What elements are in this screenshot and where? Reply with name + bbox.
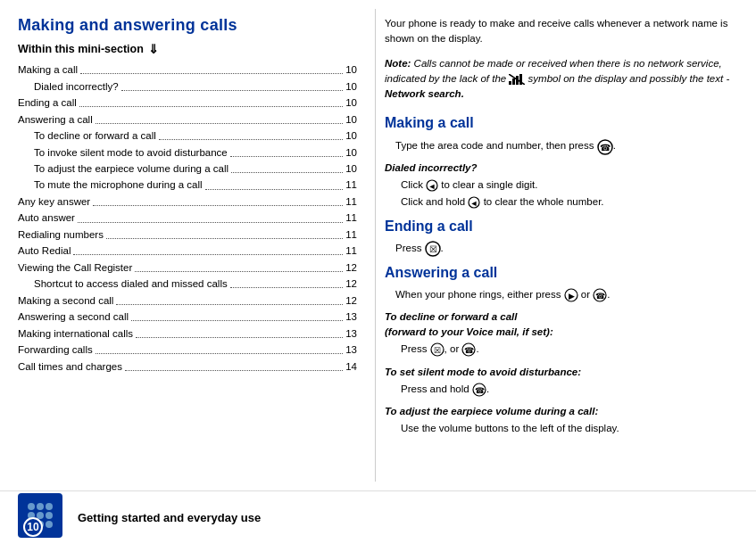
page-title: Making and answering calls	[18, 16, 357, 35]
toc-label: Call times and charges	[18, 359, 122, 374]
toc-row: Shortcut to access dialed and missed cal…	[18, 276, 357, 292]
toc-page: 10	[345, 95, 357, 110]
toc-page: 11	[345, 210, 357, 225]
toc-label: To mute the microphone during a call	[34, 177, 203, 192]
toc-dots	[96, 353, 343, 354]
toc-page: 10	[345, 79, 357, 94]
toc-label: Ending a call	[18, 95, 77, 110]
mini-section-label: Within this mini-section	[18, 43, 144, 55]
decline-forward-body: Press ☒ , or ☎ .	[385, 342, 738, 357]
toc-dots	[230, 156, 343, 157]
svg-text:◄: ◄	[470, 199, 478, 208]
svg-text:☒: ☒	[428, 244, 436, 254]
toc-dots	[73, 254, 343, 255]
answering-call-heading: Answering a call	[385, 262, 738, 284]
toc-label: To adjust the earpiece volume during a c…	[34, 161, 228, 176]
dialed-incorrectly-section: Dialed incorrectly? Click ◄ to clear a s…	[385, 161, 738, 210]
answering-call-section: Answering a call When your phone rings, …	[385, 262, 738, 302]
dialed-incorrectly-body1: Click ◄ to clear a single digit.	[385, 177, 738, 193]
toc-dots	[136, 337, 343, 338]
toc-dots	[96, 123, 343, 124]
toc-dots	[231, 172, 343, 173]
arrow-down-icon: ⇓	[148, 42, 159, 56]
toc-dots	[159, 139, 343, 140]
forward-icon: ☎	[461, 342, 476, 357]
toc-row: Ending a call10	[18, 95, 357, 111]
svg-rect-1	[512, 78, 515, 85]
toc-label: Making international calls	[18, 326, 133, 341]
toc-dots	[125, 370, 343, 371]
toc-row: Forwarding calls13	[18, 342, 357, 358]
footer-page-number: 10	[23, 517, 43, 537]
toc-label: To invoke silent mode to avoid disturban…	[34, 145, 228, 160]
toc-row: Making a second call12	[18, 293, 357, 309]
svg-text:◄: ◄	[428, 182, 436, 191]
toc-page: 10	[345, 161, 357, 176]
toc-page: 10	[345, 128, 357, 143]
toc-page: 11	[345, 194, 357, 209]
toc-row: Viewing the Call Register12	[18, 260, 357, 276]
toc-label: Auto answer	[18, 210, 75, 225]
end-call-icon: ☒	[425, 241, 441, 257]
ending-call-heading: Ending a call	[385, 216, 738, 237]
toc-row: To adjust the earpiece volume during a c…	[18, 161, 357, 177]
footer: 10 Getting started and everyday use	[0, 490, 756, 544]
toc-row: Dialed incorrectly?10	[18, 78, 357, 94]
decline-icon: ☒	[430, 342, 444, 357]
toc-page: 13	[345, 326, 357, 341]
toc-row: Auto Redial11	[18, 243, 357, 259]
toc-label: Making a call	[18, 62, 78, 77]
svg-text:☎: ☎	[600, 143, 611, 152]
toc-row: Any key answer11	[18, 194, 357, 210]
footer-icon: 10	[18, 493, 67, 542]
svg-text:☎: ☎	[464, 346, 474, 355]
svg-text:▶: ▶	[568, 292, 574, 301]
making-call-heading: Making a call	[385, 112, 738, 134]
toc-page: 11	[345, 227, 357, 242]
svg-text:☎: ☎	[595, 292, 605, 301]
toc-row: To decline or forward a call10	[18, 128, 357, 144]
call-button-icon: ☎	[597, 137, 613, 155]
toc-label: To decline or forward a call	[34, 128, 156, 143]
toc-row: Call times and charges14	[18, 358, 357, 374]
toc-page: 11	[345, 177, 357, 192]
toc-row: Making international calls13	[18, 326, 357, 342]
toc-dots	[78, 222, 343, 223]
toc-page: 11	[345, 243, 357, 258]
dialed-incorrectly-body2: Click and hold ◄ to clear the whole numb…	[385, 194, 738, 210]
toc-row: Answering a call10	[18, 111, 357, 127]
svg-text:☒: ☒	[434, 346, 441, 355]
dialed-incorrectly-heading: Dialed incorrectly?	[385, 161, 738, 176]
toc-label: Any key answer	[18, 194, 90, 209]
intro-text: Your phone is ready to make and receive …	[385, 16, 738, 47]
toc-dots	[121, 90, 344, 91]
svg-text:☎: ☎	[474, 386, 484, 395]
toc-dots	[80, 73, 343, 74]
toc-dots	[205, 189, 344, 190]
toc-page: 12	[345, 260, 357, 275]
signal-icon	[509, 74, 525, 85]
clear-all-icon: ◄	[468, 196, 480, 209]
silent-mode-section: To set silent mode to avoid disturbance:…	[385, 365, 738, 398]
toc-table: Making a call10Dialed incorrectly?10Endi…	[18, 62, 357, 375]
toc-label: Dialed incorrectly?	[34, 79, 119, 94]
toc-row: Making a call10	[18, 62, 357, 78]
note-text: Note: Calls cannot be made or received w…	[385, 56, 738, 103]
footer-label: Getting started and everyday use	[78, 511, 261, 524]
silent-icon: ☎	[472, 383, 486, 397]
silent-mode-heading: To set silent mode to avoid disturbance:	[385, 365, 738, 380]
ending-call-body: Press ☒ .	[385, 241, 738, 257]
toc-row: Answering a second call13	[18, 309, 357, 325]
ending-call-section: Ending a call Press ☒ .	[385, 216, 738, 257]
svg-rect-0	[509, 81, 511, 85]
clear-single-icon: ◄	[426, 179, 438, 192]
toc-label: Shortcut to access dialed and missed cal…	[34, 276, 228, 291]
silent-mode-body: Press and hold ☎ .	[385, 382, 738, 397]
toc-page: 10	[345, 112, 357, 127]
answer-btn2-icon: ☎	[593, 288, 607, 302]
toc-page: 12	[345, 276, 357, 291]
toc-label: Answering a second call	[18, 309, 129, 324]
toc-row: To mute the microphone during a call11	[18, 177, 357, 193]
toc-row: Redialing numbers11	[18, 227, 357, 243]
toc-page: 12	[345, 293, 357, 308]
